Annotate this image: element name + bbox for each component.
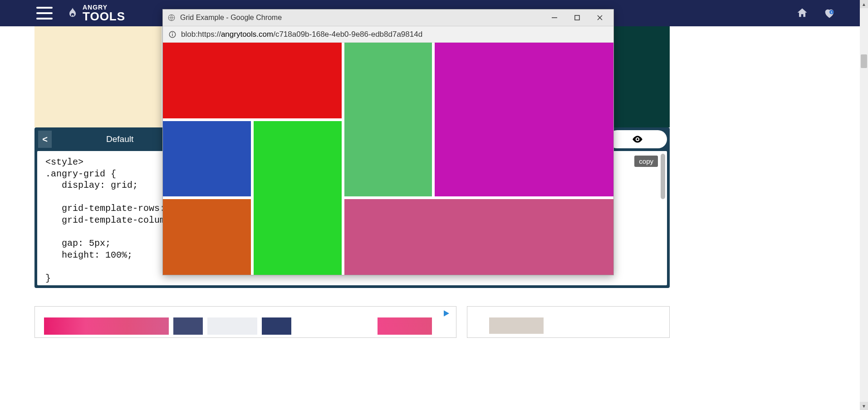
svg-point-12 [172,32,173,33]
scroll-down-icon[interactable]: ▼ [860,402,868,410]
svg-rect-7 [575,15,579,20]
scroll-up-icon[interactable]: ▲ [860,0,868,8]
grid-item-lightgreen [344,43,432,196]
home-icon[interactable] [795,7,809,20]
preview-button[interactable] [608,130,667,148]
grid-item-purple [435,43,613,196]
tab-default[interactable]: Default [106,134,133,144]
minimize-button[interactable] [548,11,561,24]
ad-thumb-3[interactable] [207,317,257,335]
grid-item-blue [163,121,251,197]
brand-logo[interactable]: a ANGRY TOOLS [66,4,125,22]
topnav-actions: $ [795,0,836,26]
collapse-button[interactable]: < [38,131,52,148]
flame-icon: a [66,7,79,20]
grid-item-pink [344,199,613,275]
grid-example [163,43,613,275]
maximize-button[interactable] [571,11,584,24]
grid-item-orange [163,199,251,275]
brand-text: ANGRY TOOLS [83,4,125,22]
sidebar-card [467,306,670,338]
url-text: blob:https://angrytools.com/c718a09b-168… [181,30,422,39]
copy-button[interactable]: copy [634,156,658,167]
window-controls [548,11,606,24]
eye-icon [632,133,643,145]
sidebar-thumb [489,317,544,334]
scroll-thumb[interactable] [861,54,867,68]
ad-thumb-1[interactable] [44,317,169,335]
grid-item-green [254,121,342,275]
url-path: /c718a09b-168e-4eb0-9e86-edb8d7a9814d [273,30,422,39]
adchoices-icon[interactable] [442,309,451,317]
popup-title: Grid Example - Google Chrome [180,14,544,22]
url-host: angrytools.com [221,30,273,39]
popup-window: Grid Example - Google Chrome blob:https:… [162,9,614,275]
popup-titlebar[interactable]: Grid Example - Google Chrome [163,10,613,26]
grid-item-red [163,43,342,118]
code-scrollbar-thumb[interactable] [661,154,665,199]
preview-block-cream [34,26,162,127]
svg-point-4 [637,138,638,140]
donate-heart-icon[interactable]: $ [823,7,836,20]
ad-thumb-5[interactable] [378,317,432,335]
globe-icon [167,14,176,22]
url-bar[interactable]: blob:https://angrytools.com/c718a09b-168… [163,26,613,43]
main-scrollbar[interactable]: ▲ ▼ [860,0,868,410]
ad-thumb-4[interactable] [262,317,291,335]
ad-thumb-2[interactable] [173,317,203,335]
hamburger-icon[interactable] [36,7,53,20]
preview-block-teal [613,26,670,127]
url-prefix: blob:https:// [181,30,221,39]
brand-big: TOOLS [83,10,125,22]
ad-strip [34,306,456,338]
info-icon[interactable] [168,30,177,39]
close-button[interactable] [593,11,606,24]
